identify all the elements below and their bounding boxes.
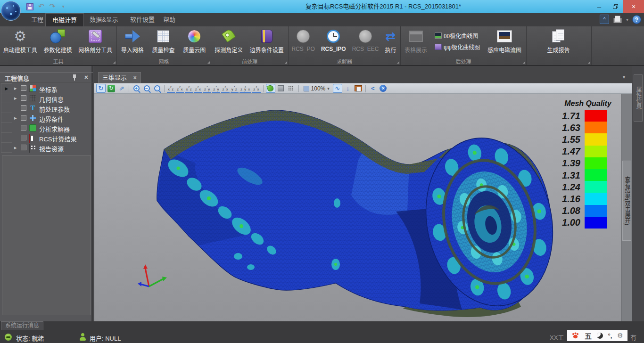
save-icon[interactable] xyxy=(26,3,33,10)
copy-view-button[interactable] xyxy=(354,84,363,93)
app-logo[interactable] xyxy=(1,1,21,21)
view-preset-button-3[interactable]: yx z xyxy=(185,84,193,93)
viewport-tab-list-icon[interactable]: ▾ xyxy=(623,74,625,80)
view-preset-button-2[interactable]: yz x xyxy=(176,84,184,93)
main-area: 工程信息 × ▶ ▸ 坐标系 ▸ 几何信息 xyxy=(0,66,644,321)
execute-button[interactable]: ⇄ 执行 xyxy=(385,27,396,54)
dialog-launcher-icon[interactable] xyxy=(285,61,287,64)
pan-view-button[interactable]: ⇗ xyxy=(117,84,126,93)
status-bar: 状态: 就绪 用户: NULL xyxy=(0,330,644,343)
zoom-out-button[interactable]: − xyxy=(142,84,151,93)
panel-close-icon[interactable]: × xyxy=(84,74,88,81)
checkbox[interactable] xyxy=(21,85,26,91)
smooth-shade-button[interactable] xyxy=(266,84,275,93)
checkbox[interactable] xyxy=(21,95,26,101)
tree-item-analysis-solver[interactable]: 分析求解器 xyxy=(0,123,93,133)
view-preset-button-1[interactable]: yx z xyxy=(167,84,175,93)
quick-access-dropdown-icon[interactable]: ▾ xyxy=(62,2,65,11)
tree-item-preprocess-params[interactable]: T 前处理参数 xyxy=(0,103,93,113)
pin-icon[interactable] xyxy=(72,74,77,81)
collapse-ribbon-icon[interactable]: ^ xyxy=(600,15,609,24)
property-info-tab[interactable]: 属性信息 xyxy=(634,74,643,122)
user-icon xyxy=(79,333,86,341)
expander-icon[interactable]: ▸ xyxy=(14,95,17,101)
rcs-ipo-button[interactable]: RCS_IPO xyxy=(321,27,346,52)
export-down-button[interactable]: ↓ xyxy=(343,84,353,93)
probe-angle-button[interactable]: 探测角定义 xyxy=(215,27,243,54)
viewport-tab-close-icon[interactable]: × xyxy=(133,74,137,81)
boundary-condition-button[interactable]: 边界条件设置 xyxy=(250,27,284,54)
clear-view-button[interactable]: × xyxy=(379,84,388,93)
ime-gear-icon[interactable]: ⚙ xyxy=(617,332,623,339)
quality-cloud-button[interactable]: 质量云图 xyxy=(183,27,206,54)
expander-icon[interactable]: ▸ xyxy=(14,115,17,121)
leaf-icon xyxy=(267,85,274,92)
induced-current-map-button[interactable]: 感应电磁流图 xyxy=(487,27,521,54)
expander-icon[interactable]: ▸ xyxy=(14,145,17,151)
checkbox[interactable] xyxy=(21,145,26,150)
share-button[interactable]: < xyxy=(368,84,378,93)
dialog-launcher-icon[interactable] xyxy=(588,61,590,64)
expander-icon[interactable]: ▸ xyxy=(14,85,17,91)
view-preset-button-5[interactable]: xz y xyxy=(203,84,211,93)
system-message-tab[interactable]: 系统运行消息 xyxy=(1,321,43,330)
ime-punctuation-icon[interactable]: °, xyxy=(608,332,612,339)
ime-moon-icon[interactable] xyxy=(597,333,603,339)
checkbox[interactable] xyxy=(21,125,26,131)
close-button[interactable]: × xyxy=(623,0,644,13)
redo-icon[interactable]: ↷ xyxy=(49,2,55,11)
dialog-launcher-icon[interactable] xyxy=(397,61,399,64)
ime-paw-icon[interactable] xyxy=(571,332,579,339)
3d-canvas[interactable]: Mesh Quality 1.71 1.63 1.55 1.47 1.39 1.… xyxy=(94,94,621,321)
checkbox[interactable] xyxy=(21,105,26,111)
wireframe-button[interactable] xyxy=(287,84,296,93)
restore-button[interactable] xyxy=(607,0,623,13)
tab-help[interactable]: 帮助 xyxy=(157,13,182,26)
rotate-view-button[interactable]: ↻ xyxy=(96,84,106,93)
tab-settings[interactable]: 软件设置 xyxy=(124,13,161,26)
legend-color-swatch xyxy=(585,217,607,229)
zoom-level-select[interactable]: 100% ▾ xyxy=(301,84,332,93)
curve-display-button[interactable]: ∿ xyxy=(333,84,342,93)
ime-wubi-icon[interactable]: 五 xyxy=(585,331,592,341)
refresh-view-button[interactable]: ↻ xyxy=(107,84,116,93)
view-preset-button-7[interactable]: yz x xyxy=(221,84,229,93)
view-preset-button-6[interactable]: xz y xyxy=(212,84,220,93)
view-results-tab[interactable]: 查看结果(双击展开) xyxy=(622,161,631,241)
tab-data-display[interactable]: 数据&显示 xyxy=(83,13,125,26)
mesh-partition-tool-button[interactable]: 网格剖分工具 xyxy=(78,27,112,54)
launch-modeling-tool-button[interactable]: ⚙ 启动建模工具 xyxy=(3,27,37,54)
view-preset-button-9[interactable]: yz y x xyxy=(239,84,251,93)
theta-polarization-curve-button[interactable]: θθ极化曲线图 xyxy=(435,32,480,40)
viewport-tab-3d[interactable]: 三维显示 × xyxy=(98,72,141,83)
tree-item-rcs-results[interactable]: RCS计算结果 xyxy=(0,133,93,143)
view-preset-button-10[interactable]: yz x xyxy=(252,84,260,93)
print-icon[interactable] xyxy=(613,15,622,24)
checkbox[interactable] xyxy=(21,115,26,121)
psi-polarization-curve-button[interactable]: ψψ极化曲线图 xyxy=(435,43,480,51)
dialog-launcher-icon[interactable] xyxy=(523,61,525,64)
dialog-launcher-icon[interactable] xyxy=(113,61,116,64)
tree-item-geometry-info[interactable]: ▸ 几何信息 xyxy=(0,93,93,103)
print-dropdown-icon[interactable]: ▾ xyxy=(626,17,628,22)
help-icon[interactable]: ? xyxy=(632,15,641,24)
flat-shade-button[interactable] xyxy=(276,84,286,93)
tab-em-compute[interactable]: 电磁计算 xyxy=(45,13,84,26)
folder-icon xyxy=(355,85,362,91)
tree-item-boundary-conditions[interactable]: ▸ 边界条件 xyxy=(0,113,93,123)
dialog-launcher-icon[interactable] xyxy=(207,61,210,64)
tree-item-coordinate-system[interactable]: ▶ ▸ 坐标系 xyxy=(0,83,93,93)
zoom-fit-button[interactable]: □ xyxy=(152,84,162,93)
parametric-modeling-button[interactable]: 参数化建模 xyxy=(43,27,72,54)
import-arrow-icon xyxy=(125,30,140,42)
checkbox[interactable] xyxy=(21,135,26,140)
tree-item-report-resources[interactable]: ▸ 报告资源 xyxy=(0,143,93,153)
view-preset-button-4[interactable]: yz x xyxy=(194,84,202,93)
view-preset-button-8[interactable]: xy z xyxy=(231,84,239,93)
undo-icon[interactable]: ↶ xyxy=(38,2,44,11)
zoom-in-button[interactable]: + xyxy=(132,84,141,93)
import-mesh-button[interactable]: 导入网格 xyxy=(121,27,144,54)
generate-report-button[interactable]: 生成报告 xyxy=(547,27,570,54)
minimize-button[interactable]: – xyxy=(591,0,607,13)
quality-check-button[interactable]: 质量检查 xyxy=(152,27,174,54)
